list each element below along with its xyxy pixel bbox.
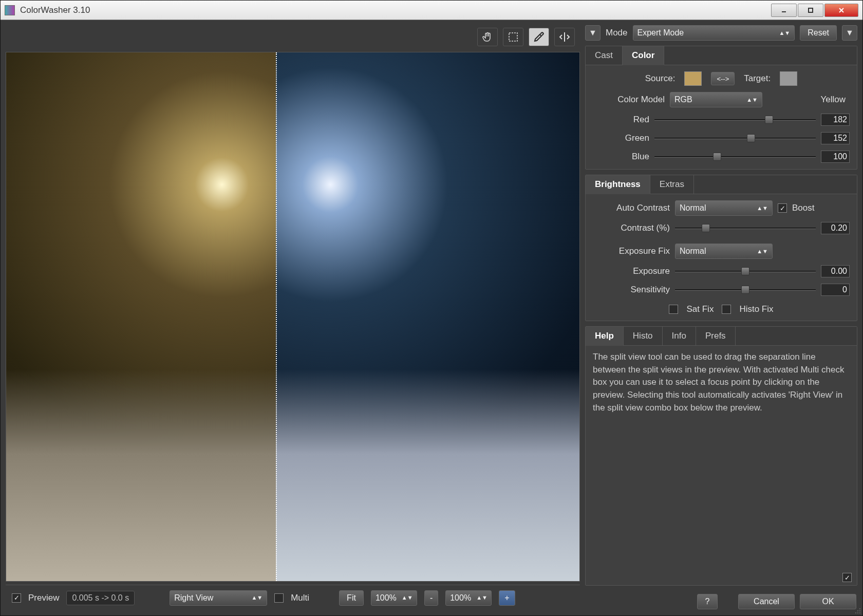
sensitivity-slider[interactable] [675, 285, 816, 295]
preview-toolbar [6, 25, 580, 49]
titlebar: ColorWasher 3.10 [1, 1, 862, 20]
red-value[interactable]: 182 [821, 114, 850, 126]
hand-tool-button[interactable] [477, 28, 498, 46]
split-divider[interactable] [276, 52, 277, 581]
svg-point-9 [855, 612, 856, 613]
red-slider[interactable] [654, 115, 816, 125]
exposure-fix-value: Normal [680, 247, 706, 256]
boost-label: Boost [792, 203, 814, 213]
exposure-fix-select[interactable]: Normal▲▼ [675, 244, 773, 259]
split-view-tool-button[interactable] [554, 28, 575, 46]
auto-contrast-select[interactable]: Normal▲▼ [675, 200, 773, 216]
mode-menu-button[interactable]: ▼ [585, 25, 601, 41]
minimize-button[interactable] [771, 4, 797, 17]
svg-point-7 [857, 612, 858, 613]
fit-button[interactable]: Fit [339, 590, 364, 606]
tab-cast[interactable]: Cast [586, 46, 623, 65]
app-icon [5, 5, 15, 15]
help-pin-checkbox[interactable]: ✓ [842, 573, 852, 582]
preview-left-before [6, 52, 276, 581]
maximize-button[interactable] [798, 4, 823, 17]
histofix-checkbox[interactable] [722, 305, 731, 314]
tab-prefs[interactable]: Prefs [696, 327, 736, 346]
help-text: The split view tool can be used to drag … [586, 346, 857, 419]
blue-label: Blue [593, 152, 649, 162]
reset-button[interactable]: Reset [800, 25, 837, 41]
help-button[interactable]: ? [697, 594, 718, 609]
tab-color[interactable]: Color [623, 46, 664, 65]
zoom-plus-button[interactable]: + [499, 590, 515, 606]
source-swatch[interactable] [684, 71, 702, 86]
color-model-value: RGB [674, 95, 692, 104]
mode-label: Mode [606, 28, 628, 38]
auto-contrast-label: Auto Contrast [593, 203, 670, 213]
color-name: Yellow [767, 95, 850, 105]
dialog-buttons: ? Cancel OK [585, 591, 857, 610]
preview-label: Preview [28, 593, 59, 603]
hand-icon [481, 31, 494, 43]
sensitivity-label: Sensitivity [593, 285, 670, 295]
tab-extras[interactable]: Extras [650, 175, 694, 194]
resize-grip-icon[interactable] [854, 607, 861, 614]
target-label: Target: [744, 73, 771, 84]
mode-row: ▼ Mode Expert Mode▲▼ Reset ▼ [585, 25, 857, 41]
boost-checkbox[interactable]: ✓ [778, 203, 787, 213]
tab-histo[interactable]: Histo [624, 327, 663, 346]
reset-menu-button[interactable]: ▼ [842, 25, 857, 41]
svg-rect-4 [509, 33, 517, 41]
zoom-minus-button[interactable]: - [424, 590, 438, 606]
exposure-slider[interactable] [675, 266, 816, 276]
preview-area[interactable] [6, 52, 580, 582]
preview-right-after [276, 52, 579, 581]
timing-readout: 0.005 s -> 0.0 s [66, 591, 135, 605]
preview-checkbox[interactable]: ✓ [12, 593, 21, 603]
auto-contrast-value: Normal [680, 203, 706, 213]
exposure-value[interactable]: 0.00 [821, 265, 850, 277]
blue-slider[interactable] [654, 152, 816, 162]
green-slider[interactable] [654, 133, 816, 143]
mode-select-value: Expert Mode [637, 28, 684, 38]
multi-checkbox[interactable] [274, 593, 284, 603]
swap-button[interactable]: <--> [711, 72, 735, 85]
tab-help[interactable]: Help [586, 327, 624, 346]
green-value[interactable]: 152 [821, 132, 850, 144]
sensitivity-value[interactable]: 0 [821, 284, 850, 296]
marquee-icon [507, 31, 519, 43]
svg-point-11 [859, 608, 860, 609]
satfix-label: Sat Fix [686, 304, 714, 314]
zoom-left-select[interactable]: 100%▲▼ [371, 590, 417, 606]
zoom-left-value: 100% [376, 593, 397, 603]
zoom-right-value: 100% [450, 593, 471, 603]
cancel-button[interactable]: Cancel [738, 594, 795, 609]
bottom-bar: ✓ Preview 0.005 s -> 0.0 s Right View▲▼ … [6, 585, 580, 610]
ok-button[interactable]: OK [800, 594, 856, 609]
red-label: Red [593, 115, 649, 125]
tab-brightness[interactable]: Brightness [586, 175, 650, 194]
color-model-label: Color Model [593, 95, 665, 105]
window-title: ColorWasher 3.10 [20, 5, 771, 15]
histofix-label: Histo Fix [739, 304, 773, 314]
zoom-right-select[interactable]: 100%▲▼ [445, 590, 492, 606]
view-select[interactable]: Right View▲▼ [170, 590, 267, 606]
view-select-value: Right View [174, 593, 213, 603]
svg-point-8 [859, 610, 860, 611]
color-model-select[interactable]: RGB▲▼ [670, 92, 762, 107]
eyedropper-icon [533, 31, 545, 43]
close-button[interactable] [824, 4, 858, 17]
brightness-panel: Brightness Extras Auto Contrast Normal▲▼… [585, 175, 857, 321]
tab-info[interactable]: Info [663, 327, 696, 346]
contrast-value[interactable]: 0.20 [821, 222, 850, 234]
green-label: Green [593, 133, 649, 143]
source-label: Source: [645, 73, 676, 84]
split-icon [558, 31, 571, 43]
marquee-tool-button[interactable] [503, 28, 523, 46]
target-swatch[interactable] [780, 71, 797, 86]
exposure-fix-label: Exposure Fix [593, 246, 670, 256]
eyedropper-tool-button[interactable] [529, 28, 549, 46]
blue-value[interactable]: 100 [821, 151, 850, 163]
mode-select[interactable]: Expert Mode▲▼ [633, 25, 795, 41]
contrast-label: Contrast (%) [593, 223, 670, 233]
color-panel: Cast Color Source: <--> Target: Color Mo… [585, 46, 857, 170]
contrast-slider[interactable] [675, 223, 816, 233]
satfix-checkbox[interactable] [669, 305, 678, 314]
